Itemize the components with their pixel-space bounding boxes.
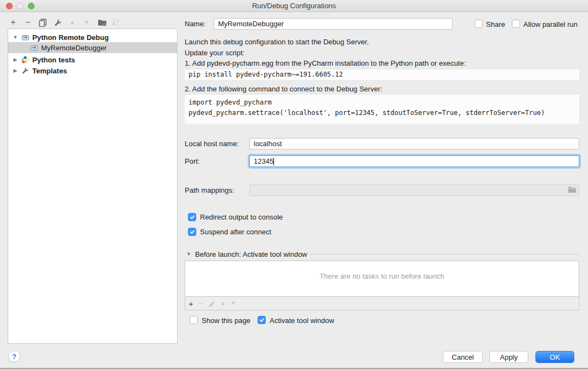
chevron-right-icon[interactable]: ▶ <box>13 57 18 62</box>
cancel-button-label: Cancel <box>452 353 473 361</box>
sort-configurations-button: a z <box>110 17 121 28</box>
check-icon <box>190 229 195 234</box>
suspend-after-connect-label[interactable]: Suspend after connect <box>200 228 271 236</box>
code-line-settrace: pydevd_pycharm.settrace('localhost', por… <box>189 108 579 118</box>
add-configuration-button[interactable]: + <box>8 17 19 28</box>
tree-item-label: MyRemoteDebugger <box>41 44 107 52</box>
ok-button-label: OK <box>550 353 560 361</box>
path-mappings-input <box>249 184 579 196</box>
redirect-output-checkbox[interactable] <box>188 213 196 221</box>
wrench-icon <box>54 19 62 27</box>
before-launch-toolbar: + − ▲ ▼ <box>185 297 579 310</box>
check-icon <box>259 318 265 322</box>
minus-icon: − <box>25 18 30 27</box>
add-task-button[interactable]: + <box>189 299 193 308</box>
run-debug-configurations-dialog: Run/Debug Configurations + − ▲ ▼ a z <box>0 0 588 369</box>
before-launch-tasks-list[interactable]: There are no tasks to run before launch <box>185 261 579 297</box>
arrow-up-icon: ▲ <box>70 20 75 25</box>
cancel-button[interactable]: Cancel <box>443 351 483 363</box>
local-host-name-input[interactable] <box>249 138 579 149</box>
move-up-button: ▲ <box>67 17 78 28</box>
text-caret <box>273 158 274 165</box>
share-checkbox[interactable] <box>475 20 483 28</box>
question-mark-icon: ? <box>12 353 16 361</box>
move-task-down-button: ▼ <box>231 301 236 306</box>
tree-item-label: Python tests <box>32 56 75 64</box>
chevron-right-icon[interactable]: ▶ <box>13 68 18 73</box>
activate-tool-window-checkbox[interactable] <box>258 316 266 324</box>
remote-debug-config-icon <box>21 33 30 41</box>
port-label: Port: <box>185 157 199 165</box>
svg-text:a: a <box>116 19 118 22</box>
python-tests-icon <box>21 56 30 64</box>
copy-configuration-button[interactable] <box>37 17 48 28</box>
new-folder-icon <box>98 19 107 27</box>
before-launch-collapse-icon[interactable]: ▼ <box>186 251 191 257</box>
suspend-after-connect-checkbox[interactable] <box>188 228 196 236</box>
settrace-code: import pydevd_pycharm pydevd_pycharm.set… <box>185 95 579 124</box>
allow-parallel-run-label[interactable]: Allow parallel run <box>523 20 578 28</box>
remove-configuration-button[interactable]: − <box>22 17 33 28</box>
remove-task-button: − <box>198 299 203 307</box>
name-label: Name: <box>185 20 205 28</box>
window-title: Run/Debug Configurations <box>0 2 588 10</box>
copy-icon <box>39 19 47 27</box>
pip-install-code: pip install pydevd-pycharm~=191.6605.12 <box>185 70 579 80</box>
show-this-page-label[interactable]: Show this page <box>202 316 250 325</box>
browse-path-mappings-button[interactable] <box>568 186 576 194</box>
before-launch-title: Before launch: Activate tool window <box>195 250 307 258</box>
arrow-down-icon: ▼ <box>84 20 89 25</box>
help-button[interactable]: ? <box>8 350 20 362</box>
instruction-line-1: Launch this debug configuration to start… <box>185 38 369 46</box>
tree-item-myremotedebugger[interactable]: MyRemoteDebugger <box>8 42 177 53</box>
share-label[interactable]: Share <box>486 20 505 28</box>
create-folder-button[interactable] <box>96 17 107 28</box>
edit-task-pencil-icon <box>208 299 215 307</box>
instruction-step-2: 2. Add the following command to connect … <box>185 85 383 93</box>
tree-item-label: Templates <box>32 67 67 75</box>
name-input[interactable] <box>214 18 453 30</box>
chevron-down-icon[interactable]: ▼ <box>13 34 18 40</box>
edit-defaults-button[interactable] <box>52 17 63 28</box>
folder-icon <box>568 186 576 193</box>
tree-item-python-tests[interactable]: ▶ Python tests <box>8 54 177 65</box>
redirect-output-label[interactable]: Redirect output to console <box>200 213 283 221</box>
tree-item-templates[interactable]: ▶ Templates <box>8 65 177 76</box>
remote-debug-config-icon <box>30 44 39 51</box>
check-icon <box>190 215 195 220</box>
code-line-import: import pydevd_pycharm <box>189 97 579 108</box>
path-mappings-label: Path mappings: <box>185 186 234 194</box>
ok-button[interactable]: OK <box>535 351 574 363</box>
port-input[interactable] <box>249 155 579 167</box>
tasks-empty-text: There are no tasks to run before launch <box>185 272 579 280</box>
section-divider <box>310 254 579 255</box>
move-down-button: ▼ <box>81 17 92 28</box>
title-bar: Run/Debug Configurations <box>0 0 588 12</box>
sort-az-icon: a z <box>111 18 120 27</box>
local-host-name-label: Local host name: <box>185 140 239 148</box>
activate-tool-window-label[interactable]: Activate tool window <box>270 316 334 325</box>
move-task-up-button: ▲ <box>220 301 226 306</box>
show-this-page-checkbox[interactable] <box>190 316 198 324</box>
tree-item-python-remote-debug[interactable]: ▼ Python Remote Debug <box>8 32 177 43</box>
tree-item-label: Python Remote Debug <box>32 33 109 42</box>
templates-wrench-icon <box>21 67 30 74</box>
instruction-step-1: 1. Add pydevd-pycharm.egg from the PyCha… <box>185 59 466 67</box>
apply-button-label: Apply <box>500 353 518 361</box>
plus-icon: + <box>10 18 15 27</box>
allow-parallel-run-checkbox[interactable] <box>512 20 520 28</box>
apply-button[interactable]: Apply <box>489 351 528 363</box>
svg-text:z: z <box>116 23 118 27</box>
configurations-tree: ▼ Python Remote Debug MyRemoteDebugger <box>8 28 178 344</box>
instruction-line-2: Update your script: <box>185 49 244 57</box>
